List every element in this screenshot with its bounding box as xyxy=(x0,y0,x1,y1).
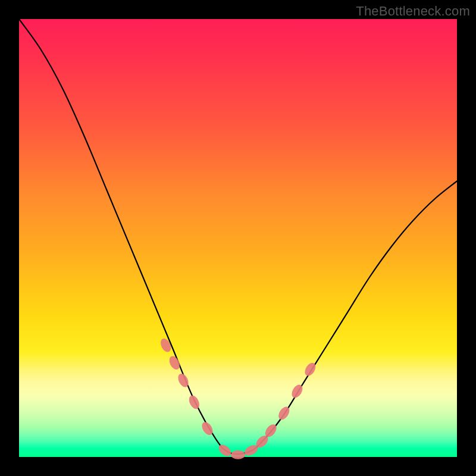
plot-area xyxy=(19,19,457,457)
watermark-text: TheBottleneck.com xyxy=(356,4,470,19)
marker-dot xyxy=(187,394,201,411)
chart-frame: TheBottleneck.com xyxy=(0,0,476,476)
bottleneck-curve-path xyxy=(19,19,457,454)
curve-layer xyxy=(19,19,457,457)
marker-dot xyxy=(231,450,245,459)
marker-dot xyxy=(276,405,292,421)
marker-dot xyxy=(167,355,181,371)
marker-dot xyxy=(217,442,233,458)
